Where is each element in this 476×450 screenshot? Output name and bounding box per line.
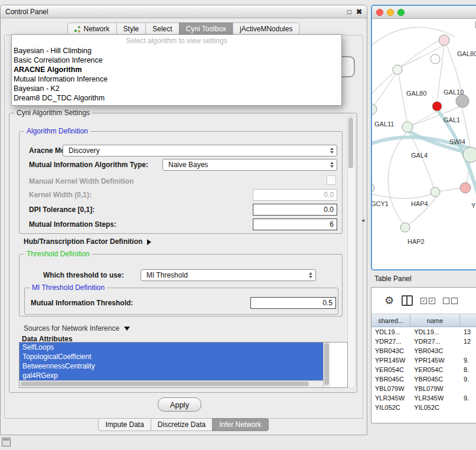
column-header[interactable]: name	[410, 314, 460, 327]
network-edge	[372, 194, 431, 198]
node-label: GAL1	[444, 116, 460, 123]
stepper-arrows-icon	[309, 272, 312, 278]
apply-button[interactable]: Apply	[158, 397, 201, 412]
table-body: YDL19...YDL19...13YDR27...YDR27...12YBR0…	[371, 327, 476, 412]
attribute-item[interactable]: SelfLoops	[19, 343, 324, 352]
network-canvas[interactable]: GAL80GAL80GAL10GAL11GAL1SWI4GAL4GCY1HAP4…	[372, 19, 476, 268]
table-row[interactable]: YDL19...YDL19...13	[371, 327, 476, 337]
network-node[interactable]	[431, 54, 440, 64]
tab-select[interactable]: Select	[145, 22, 179, 35]
node-label: HAP2	[407, 238, 425, 245]
table-row[interactable]: YER054CYER054C8.	[371, 365, 476, 374]
list-horizontal-scrollbar[interactable]	[19, 380, 323, 387]
window-title: Control Panel	[5, 8, 48, 16]
algorithm-option[interactable]: Bayesian - Hill Climbing	[12, 46, 341, 56]
node-label: GCY1	[372, 200, 389, 207]
network-view-window: GAL80GAL80GAL10GAL11GAL1SWI4GAL4GCY1HAP4…	[371, 5, 476, 270]
column-header[interactable]	[460, 314, 476, 327]
network-node[interactable]	[393, 65, 402, 74]
list-vertical-scrollbar[interactable]	[323, 343, 330, 387]
group-title: MI Threshold Definition	[30, 283, 107, 292]
algorithm-dropdown-prompt: Select algorithm to view settings	[12, 37, 341, 46]
manual-kernel-checkbox[interactable]	[327, 175, 336, 185]
threshold-definition-group: Threshold Definition Which threshold to …	[19, 254, 343, 317]
attribute-item[interactable]: TopologicalCoefficient	[19, 352, 324, 361]
table-row[interactable]: YBR043CYBR043C	[371, 346, 476, 356]
columns-icon[interactable]	[402, 295, 413, 306]
algorithm-option[interactable]: Bayesian - K2	[12, 84, 341, 93]
network-node[interactable]	[402, 122, 413, 132]
table-row[interactable]: YIL052CYIL052C	[371, 403, 476, 412]
column-header[interactable]: shared...	[371, 314, 410, 327]
settings-scrollbar[interactable]	[347, 116, 356, 389]
algorithm-dropdown-options: Bayesian - Hill ClimbingBasic Correlatio…	[12, 46, 341, 103]
tab-discretize-data[interactable]: Discretize Data	[151, 418, 213, 431]
aracne-mode-select[interactable]: Discovery	[63, 145, 337, 156]
data-attributes-list[interactable]: SelfLoopsTopologicalCoefficientBetweenne…	[19, 342, 348, 388]
tab-cyni-toolbox[interactable]: Cyni Toolbox	[179, 22, 233, 35]
minimized-window-icon[interactable]	[2, 438, 11, 446]
network-edge	[399, 74, 407, 122]
attr-rows: SelfLoopsTopologicalCoefficientBetweenne…	[19, 343, 347, 380]
network-node[interactable]	[460, 182, 471, 193]
minimize-icon[interactable]: □	[347, 8, 351, 16]
panel-collapse-icon[interactable]: ◂	[361, 217, 364, 223]
mi-steps-field[interactable]: 6	[253, 219, 337, 230]
mi-threshold-field[interactable]: 0.5	[250, 297, 336, 309]
table-row[interactable]: YBR045CYBR045C9.	[371, 374, 476, 384]
algorithm-option[interactable]: Basic Correlation Inference	[12, 56, 341, 65]
close-traffic-light-icon[interactable]	[376, 9, 383, 16]
control-panel-titlebar[interactable]: Control Panel □ ✖	[1, 5, 367, 18]
attribute-item[interactable]: BetweennessCentrality	[19, 361, 324, 371]
table-row[interactable]: YBL079WYBL079W	[371, 384, 476, 393]
bottom-tab-bar: Impute DataDiscretize DataInfer Network	[1, 418, 367, 431]
table-header: shared...name	[371, 314, 476, 327]
stepper-arrows-icon	[330, 148, 334, 154]
network-node[interactable]	[372, 104, 377, 115]
mi-type-select[interactable]: Naive Bayes	[162, 159, 337, 171]
cyni-algorithm-settings-group: Cyni Algorithm Settings Algorithm Defini…	[9, 113, 357, 393]
algorithm-option[interactable]: ARACNE Algorithm	[12, 65, 341, 74]
tab-style[interactable]: Style	[116, 22, 146, 35]
collapse-down-icon	[124, 327, 130, 331]
dpi-tolerance-field[interactable]: 0.0	[253, 204, 337, 216]
attribute-item[interactable]: gal4RGexp	[19, 371, 324, 380]
close-icon[interactable]: ✖	[356, 8, 362, 16]
zoom-traffic-light-icon[interactable]	[397, 9, 405, 16]
select-all-columns-icon[interactable]: ✓✓	[420, 298, 435, 304]
network-icon	[74, 26, 81, 32]
group-title: Threshold Definition	[24, 250, 92, 258]
tab-network[interactable]: Network	[67, 22, 117, 35]
network-window-titlebar[interactable]	[372, 6, 476, 19]
expand-right-icon	[147, 239, 151, 245]
algorithm-definition-group: Algorithm Definition Aracne Mode: Discov…	[19, 131, 343, 234]
network-edge	[440, 188, 461, 191]
network-node[interactable]	[439, 35, 449, 45]
group-title: Cyni Algorithm Settings	[14, 109, 92, 117]
network-node[interactable]	[456, 94, 469, 107]
network-node[interactable]	[432, 102, 442, 111]
which-threshold-label: Which threshold to use:	[43, 271, 124, 279]
algorithm-option[interactable]: Dream8 DC_TDC Algorithm	[12, 93, 341, 103]
kernel-width-field[interactable]: 0.0	[253, 189, 337, 201]
sources-section-toggle[interactable]: Sources for Network Inference	[24, 324, 130, 332]
tab-infer-network[interactable]: Infer Network	[212, 418, 268, 431]
network-node[interactable]	[431, 187, 440, 197]
table-row[interactable]: YDR27...YDR27...12	[371, 337, 476, 346]
algorithm-option[interactable]: Mutual Information Inference	[12, 74, 341, 84]
tab-jactivemnodules[interactable]: jActiveMNodules	[233, 22, 299, 35]
network-edge	[372, 40, 439, 94]
tab-impute-data[interactable]: Impute Data	[98, 418, 151, 431]
network-node[interactable]	[372, 183, 374, 193]
gear-icon[interactable]: ⚙	[384, 295, 394, 306]
table-row[interactable]: YPR145WYPR145W9.	[371, 356, 476, 365]
minimize-traffic-light-icon[interactable]	[387, 9, 394, 16]
deselect-columns-icon[interactable]	[443, 298, 458, 304]
which-threshold-select[interactable]: MI Threshold	[141, 269, 316, 281]
network-edge	[388, 132, 406, 223]
network-node[interactable]	[463, 147, 476, 162]
kernel-width-label: Kernel Width (0,1):	[29, 191, 92, 199]
network-node[interactable]	[400, 223, 410, 232]
table-row[interactable]: YLR345WYLR345W9.	[371, 393, 476, 403]
hub-section-toggle[interactable]: Hub/Transcription Factor Definition	[24, 237, 151, 246]
